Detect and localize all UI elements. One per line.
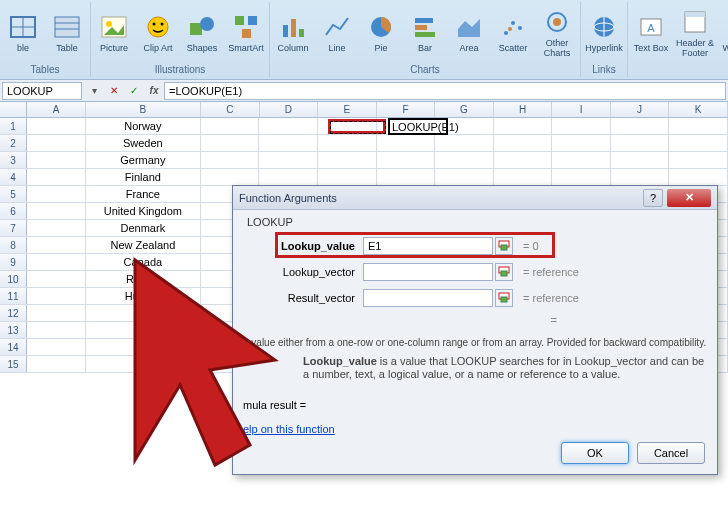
col-header-C[interactable]: C xyxy=(201,102,260,117)
cell[interactable] xyxy=(435,152,494,168)
cell[interactable] xyxy=(552,169,611,185)
cell[interactable] xyxy=(318,135,377,151)
row-header[interactable]: 10 xyxy=(0,271,27,287)
col-header-H[interactable]: H xyxy=(494,102,553,117)
row-header[interactable]: 5 xyxy=(0,186,27,202)
active-cell-f1[interactable]: LOOKUP(E1) xyxy=(388,118,448,135)
col-header-B[interactable]: B xyxy=(86,102,201,117)
enter-icon[interactable]: ✓ xyxy=(126,83,142,99)
col-header-J[interactable]: J xyxy=(611,102,670,117)
cell[interactable]: Denmark xyxy=(86,220,201,236)
cell[interactable] xyxy=(552,152,611,168)
col-header-A[interactable]: A xyxy=(27,102,86,117)
cell[interactable] xyxy=(318,169,377,185)
cancel-icon[interactable]: ✕ xyxy=(106,83,122,99)
cell[interactable] xyxy=(669,152,728,168)
cell[interactable] xyxy=(27,305,86,321)
ribbon-line[interactable]: Line xyxy=(316,4,358,62)
cell[interactable]: Canada xyxy=(86,254,201,270)
cell[interactable] xyxy=(27,254,86,270)
cell[interactable]: Sweden xyxy=(86,135,201,151)
ribbon-clip-art[interactable]: Clip Art xyxy=(137,4,179,62)
cell[interactable] xyxy=(377,135,436,151)
row-header[interactable]: 1 xyxy=(0,118,27,134)
ribbon-picture[interactable]: Picture xyxy=(93,4,135,62)
cell[interactable] xyxy=(27,186,86,202)
row-header[interactable]: 7 xyxy=(0,220,27,236)
col-header-E[interactable]: E xyxy=(318,102,377,117)
name-box[interactable]: LOOKUP xyxy=(2,82,82,100)
ribbon-text-box[interactable]: AText Box xyxy=(630,4,672,62)
cell[interactable] xyxy=(494,152,553,168)
cell[interactable] xyxy=(611,135,670,151)
cell[interactable] xyxy=(611,118,670,134)
cell[interactable] xyxy=(494,135,553,151)
cell[interactable]: Finland xyxy=(86,169,201,185)
cell[interactable] xyxy=(27,288,86,304)
help-link[interactable]: elp on this function xyxy=(243,423,335,435)
cell[interactable] xyxy=(27,135,86,151)
row-header[interactable]: 2 xyxy=(0,135,27,151)
cell[interactable] xyxy=(259,169,318,185)
ribbon-ble[interactable]: ble xyxy=(2,4,44,62)
cell[interactable] xyxy=(435,135,494,151)
cell[interactable] xyxy=(27,339,86,355)
cell[interactable] xyxy=(201,118,260,134)
ribbon-other-charts[interactable]: Other Charts xyxy=(536,4,578,62)
ok-button[interactable]: OK xyxy=(561,442,629,464)
row-header[interactable]: 4 xyxy=(0,169,27,185)
cell[interactable] xyxy=(27,356,86,372)
cell[interactable]: Norway xyxy=(86,118,201,134)
cell[interactable] xyxy=(435,169,494,185)
range-selector-icon[interactable] xyxy=(495,263,513,281)
cell[interactable] xyxy=(27,152,86,168)
row-header[interactable]: 3 xyxy=(0,152,27,168)
cell[interactable] xyxy=(27,237,86,253)
ribbon-smartart[interactable]: SmartArt xyxy=(225,4,267,62)
col-header-I[interactable]: I xyxy=(552,102,611,117)
cell[interactable] xyxy=(86,305,201,321)
ribbon-area[interactable]: Area xyxy=(448,4,490,62)
cell[interactable] xyxy=(318,118,377,134)
ribbon-header-&-footer[interactable]: Header & Footer xyxy=(674,4,716,62)
cell[interactable]: Germany xyxy=(86,152,201,168)
row-header[interactable]: 8 xyxy=(0,237,27,253)
range-selector-icon[interactable] xyxy=(495,289,513,307)
cancel-button[interactable]: Cancel xyxy=(637,442,705,464)
cell[interactable] xyxy=(27,271,86,287)
cell[interactable] xyxy=(669,135,728,151)
cell[interactable] xyxy=(86,356,201,372)
ribbon-shapes[interactable]: Shapes xyxy=(181,4,223,62)
row-header[interactable]: 11 xyxy=(0,288,27,304)
ribbon-scatter[interactable]: Scatter xyxy=(492,4,534,62)
col-header-F[interactable]: F xyxy=(377,102,436,117)
cell[interactable] xyxy=(377,169,436,185)
cell[interactable] xyxy=(201,152,260,168)
cell[interactable]: Hungar xyxy=(86,288,201,304)
col-header-D[interactable]: D xyxy=(260,102,319,117)
ribbon-hyperlink[interactable]: Hyperlink xyxy=(583,4,625,62)
cell[interactable] xyxy=(259,118,318,134)
help-icon[interactable]: ? xyxy=(643,189,663,207)
cell[interactable]: United Kingdom xyxy=(86,203,201,219)
cell[interactable] xyxy=(494,169,553,185)
cell[interactable] xyxy=(259,152,318,168)
ribbon-bar[interactable]: Bar xyxy=(404,4,446,62)
formula-bar[interactable]: =LOOKUP(E1) xyxy=(164,82,726,100)
cell[interactable] xyxy=(494,118,553,134)
cell[interactable]: France xyxy=(86,186,201,202)
range-selector-icon[interactable] xyxy=(495,237,513,255)
fx-icon[interactable]: fx xyxy=(146,83,162,99)
cell[interactable]: Russia xyxy=(86,271,201,287)
cell[interactable] xyxy=(552,118,611,134)
close-icon[interactable]: ✕ xyxy=(667,189,711,207)
cell[interactable] xyxy=(27,203,86,219)
row-header[interactable]: 13 xyxy=(0,322,27,338)
cell[interactable] xyxy=(27,118,86,134)
cell[interactable] xyxy=(27,220,86,236)
cell[interactable]: New Zealand xyxy=(86,237,201,253)
cell[interactable] xyxy=(201,169,260,185)
cell[interactable] xyxy=(86,322,201,338)
ribbon-wordart[interactable]: AWordArt xyxy=(718,4,728,62)
select-all-corner[interactable] xyxy=(0,102,27,117)
